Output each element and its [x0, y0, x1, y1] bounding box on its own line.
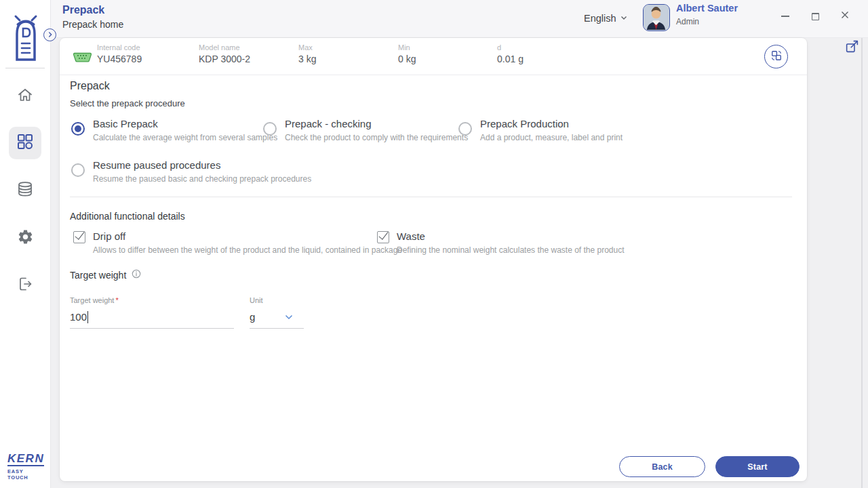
minimize-icon	[781, 16, 789, 17]
option-label: Waste	[397, 230, 625, 243]
right-edge-divider	[861, 38, 863, 488]
field-model-name: Model name KDP 3000-2	[199, 43, 250, 64]
language-label: English	[584, 13, 616, 24]
procedure-description: Check the product to comply with the req…	[285, 133, 468, 142]
field-min: Min 0 kg	[398, 43, 416, 64]
back-button[interactable]: Back	[619, 456, 705, 477]
info-icon[interactable]	[132, 269, 141, 281]
radio-checked-icon[interactable]	[71, 122, 85, 136]
database-icon	[16, 180, 34, 201]
target-weight-title: Target weight	[70, 269, 141, 281]
chevron-down-icon	[619, 13, 629, 24]
main-panel: Internal code YU456789 Model name KDP 30…	[60, 38, 807, 481]
logout-icon	[16, 275, 34, 296]
user-name[interactable]: Albert Sauter	[676, 3, 738, 14]
section-subtitle: Select the prepack procedure	[70, 98, 185, 108]
page-title: Prepack	[62, 4, 104, 16]
sidebar-item-apps[interactable]	[9, 127, 41, 159]
procedure-option-prepack-production[interactable]: Prepack Production Add a product, measur…	[458, 117, 623, 142]
radio-unchecked-icon[interactable]	[71, 163, 85, 177]
unit-value: g	[250, 308, 304, 323]
target-weight-title-text: Target weight	[70, 270, 126, 281]
section-divider	[70, 197, 792, 197]
field-internal-code: Internal code YU456789	[97, 43, 142, 64]
switch-scale-button[interactable]	[764, 45, 788, 68]
kern-brand-logo: KERN EASY TOUCH	[7, 453, 44, 481]
app-window: KERN EASY TOUCH Prepack Prepack home Eng…	[0, 0, 868, 488]
sidebar-item-settings[interactable]	[10, 223, 40, 253]
unit-field: Unit g	[250, 296, 304, 329]
procedure-label: Prepack - checking	[285, 117, 468, 131]
option-drip-off[interactable]: Drip off Allows to differ between the we…	[73, 230, 402, 255]
required-asterisk: *	[115, 296, 118, 304]
field-d: d 0.01 g	[497, 43, 524, 64]
easy-touch-logo-icon	[9, 7, 43, 62]
scale-info-bar: Internal code YU456789 Model name KDP 30…	[60, 38, 807, 75]
chevron-right-icon	[46, 29, 54, 41]
procedure-description: Add a product, measure, label and print	[480, 133, 623, 142]
text-cursor	[87, 311, 88, 323]
option-description: Defining the nominal weight calculates t…	[397, 245, 625, 255]
option-waste[interactable]: Waste Defining the nominal weight calcul…	[377, 230, 625, 255]
details-title: Additional functional details	[70, 211, 185, 222]
swap-icon	[770, 49, 783, 65]
home-icon	[16, 86, 34, 106]
procedure-label: Resume paused procedures	[93, 159, 311, 172]
procedure-description: Calculate the average weight from severa…	[93, 133, 277, 142]
option-description: Allows to differ between the weight of t…	[93, 245, 402, 255]
top-bar: Prepack Prepack home English Albert Saut…	[51, 0, 868, 38]
procedure-option-resume-paused[interactable]: Resume paused procedures Resume the paus…	[71, 159, 311, 184]
target-weight-label: Target weight*	[70, 296, 234, 304]
procedure-description: Resume the paused basic and checking pre…	[93, 174, 311, 184]
field-max: Max 3 kg	[298, 43, 316, 64]
sidebar-item-home[interactable]	[10, 81, 40, 111]
option-label: Drip off	[93, 230, 402, 243]
procedure-label: Prepack Production	[480, 117, 623, 131]
kern-easy-touch-label: EASY TOUCH	[7, 468, 44, 481]
checkbox-checked-icon[interactable]	[73, 231, 85, 243]
close-button[interactable]	[835, 7, 854, 26]
sidebar-divider	[5, 68, 45, 68]
close-icon	[840, 10, 850, 22]
sidebar-item-logout[interactable]	[10, 270, 40, 300]
kern-wordmark: KERN	[7, 453, 44, 466]
apps-grid-icon	[16, 133, 34, 153]
unit-label: Unit	[250, 296, 304, 304]
procedure-option-basic-prepack[interactable]: Basic Prepack Calculate the average weig…	[71, 117, 277, 142]
sidebar: KERN EASY TOUCH	[0, 0, 51, 488]
gear-icon	[17, 228, 34, 248]
expand-icon	[845, 44, 859, 56]
radio-unchecked-icon[interactable]	[263, 122, 277, 136]
minimize-button[interactable]	[776, 7, 795, 26]
checkbox-checked-icon[interactable]	[377, 231, 389, 243]
section-title: Prepack	[70, 80, 110, 92]
language-selector[interactable]: English	[584, 9, 629, 27]
user-avatar[interactable]	[643, 4, 670, 31]
target-weight-input[interactable]	[70, 308, 234, 323]
procedure-label: Basic Prepack	[93, 117, 277, 131]
radio-unchecked-icon[interactable]	[458, 122, 472, 136]
page-subtitle: Prepack home	[62, 19, 123, 30]
fullscreen-button[interactable]	[845, 39, 859, 54]
user-role: Admin	[676, 17, 699, 26]
maximize-button[interactable]	[806, 7, 825, 26]
procedure-option-prepack-checking[interactable]: Prepack - checking Check the product to …	[263, 117, 468, 142]
start-button[interactable]: Start	[715, 456, 800, 477]
port-connection-icon	[73, 52, 92, 65]
panel-expand-button[interactable]	[43, 28, 56, 41]
sidebar-item-database[interactable]	[10, 176, 40, 205]
unit-select[interactable]: g	[250, 308, 304, 329]
maximize-icon	[812, 13, 819, 20]
target-weight-field: Target weight*	[70, 296, 234, 329]
